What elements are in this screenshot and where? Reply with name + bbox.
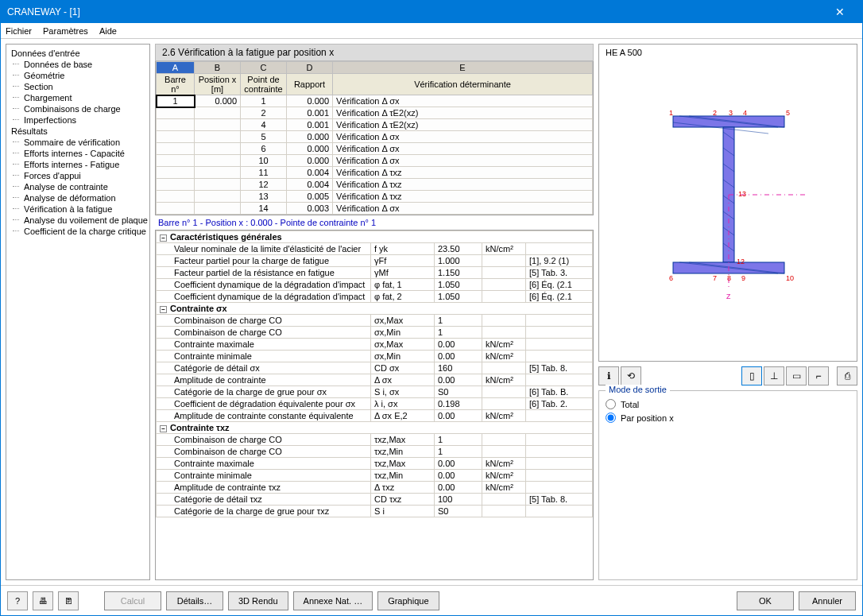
svg-text:1: 1 bbox=[669, 109, 673, 117]
tree-item[interactable]: Forces d'appui bbox=[8, 170, 148, 181]
detail-row: Facteur partiel pour la charge de fatigu… bbox=[157, 255, 593, 267]
svg-text:5: 5 bbox=[786, 109, 790, 117]
hdr-det: Vérification déterminante bbox=[333, 74, 593, 95]
window-title: CRANEWAY - [1] bbox=[7, 6, 824, 17]
section-name: HE A 500 bbox=[606, 48, 642, 57]
tree-item[interactable]: Efforts internes - Capacité bbox=[8, 148, 148, 159]
render-button[interactable]: 3D Rendu bbox=[228, 591, 288, 610]
navigation-tree[interactable]: Données d'entrée Données de baseGéométri… bbox=[6, 44, 150, 580]
table-row[interactable]: 100.000Vérification Δ σx bbox=[157, 155, 593, 167]
hdr-ratio: Rapport bbox=[287, 74, 333, 95]
export1-button[interactable]: 🖶 bbox=[33, 591, 53, 610]
detail-grid[interactable]: −Caractéristiques généralesValeur nomina… bbox=[155, 230, 594, 580]
view2-button[interactable]: ⊥ bbox=[764, 366, 784, 385]
col-b[interactable]: B bbox=[195, 62, 241, 74]
output-mode-group: Mode de sortie Total Par position x bbox=[598, 390, 857, 580]
tree-item[interactable]: Analyse de contrainte bbox=[8, 181, 148, 192]
detail-row: Catégorie de détail σxCD σx160[5] Tab. 8… bbox=[157, 362, 593, 374]
tree-item[interactable]: Géométrie bbox=[8, 70, 148, 81]
print-button[interactable]: ⎙ bbox=[837, 366, 857, 385]
svg-text:7: 7 bbox=[713, 274, 717, 282]
col-e[interactable]: E bbox=[333, 62, 593, 74]
detail-row: Amplitude de contrainte τxzΔ τxz0.00kN/c… bbox=[157, 482, 593, 494]
export2-button[interactable]: 🖹 bbox=[58, 591, 79, 610]
detail-row: Catégorie de détail τxzCD τxz100[5] Tab.… bbox=[157, 494, 593, 506]
tree-group-input[interactable]: Données d'entrée bbox=[8, 48, 148, 59]
svg-text:4: 4 bbox=[743, 109, 747, 117]
svg-text:2: 2 bbox=[713, 109, 717, 117]
tree-group-results[interactable]: Résultats bbox=[8, 126, 148, 137]
info-button[interactable]: ℹ bbox=[598, 366, 619, 385]
hdr-pt: Point de contrainte bbox=[241, 74, 287, 95]
results-grid[interactable]: A B C D E Barre n° Position x [m] Point … bbox=[155, 61, 594, 215]
menu-help[interactable]: Aide bbox=[99, 26, 117, 36]
details-button[interactable]: Détails… bbox=[166, 591, 223, 610]
ok-button[interactable]: OK bbox=[737, 591, 794, 610]
detail-row: Combinaison de charge COτxz,Min1 bbox=[157, 446, 593, 458]
table-row[interactable]: 120.004Vérification Δ τxz bbox=[157, 179, 593, 191]
view1-button[interactable]: ▯ bbox=[741, 366, 762, 385]
table-row[interactable]: 10.00010.000Vérification Δ σx bbox=[157, 95, 593, 107]
svg-text:8: 8 bbox=[727, 274, 731, 282]
detail-row: Coefficient dynamique de la dégradation … bbox=[157, 279, 593, 291]
tree-item[interactable]: Données de base bbox=[8, 59, 148, 70]
table-row[interactable]: 110.004Vérification Δ τxz bbox=[157, 167, 593, 179]
help-button[interactable]: ? bbox=[7, 591, 28, 610]
annex-button[interactable]: Annexe Nat. … bbox=[293, 591, 373, 610]
tree-item[interactable]: Chargement bbox=[8, 92, 148, 103]
output-mode-title: Mode de sortie bbox=[606, 385, 670, 394]
detail-row: Catégorie de la charge de grue pour σxS … bbox=[157, 386, 593, 398]
svg-text:z: z bbox=[726, 291, 731, 300]
bottom-bar: ? 🖶 🖹 Calcul Détails… 3D Rendu Annexe Na… bbox=[1, 585, 862, 615]
table-row[interactable]: 60.000Vérification Δ σx bbox=[157, 143, 593, 155]
view4-button[interactable]: ⌐ bbox=[808, 366, 829, 385]
panel-title: 2.6 Vérification à la fatigue par positi… bbox=[155, 44, 594, 61]
tree-item[interactable]: Analyse du voilement de plaque bbox=[8, 215, 148, 226]
detail-row: Contrainte maximaleσx,Max0.00kN/cm² bbox=[157, 339, 593, 351]
detail-header: Barre n° 1 - Position x : 0.000 - Pointe… bbox=[155, 215, 594, 230]
detail-row: Combinaison de charge COσx,Min1 bbox=[157, 327, 593, 339]
tree-item[interactable]: Analyse de déformation bbox=[8, 192, 148, 203]
preview-toolbar: ℹ ⟲ ▯ ⊥ ▭ ⌐ ⎙ bbox=[598, 366, 857, 385]
tree-item[interactable]: Combinaisons de charge bbox=[8, 103, 148, 114]
stress-button[interactable]: ⟲ bbox=[621, 366, 641, 385]
close-icon[interactable]: ✕ bbox=[824, 6, 856, 18]
tree-item[interactable]: Imperfections bbox=[8, 114, 148, 126]
tree-item[interactable]: Vérification à la fatigue bbox=[8, 203, 148, 215]
detail-row: Combinaison de charge COτxz,Max1 bbox=[157, 434, 593, 446]
table-row[interactable]: 20.001Vérification Δ τE2(xz) bbox=[157, 107, 593, 119]
detail-row: Contrainte minimaleτxz,Min0.00kN/cm² bbox=[157, 470, 593, 482]
table-row[interactable]: 130.005Vérification Δ τxz bbox=[157, 191, 593, 203]
view3-button[interactable]: ▭ bbox=[786, 366, 807, 385]
svg-text:6: 6 bbox=[669, 274, 673, 282]
tree-item[interactable]: Efforts internes - Fatigue bbox=[8, 159, 148, 170]
detail-row: Amplitude de contrainteΔ σx0.00kN/cm² bbox=[157, 374, 593, 386]
col-a[interactable]: A bbox=[157, 62, 195, 74]
hdr-barre: Barre n° bbox=[157, 74, 195, 95]
detail-row: Coefficient dynamique de la dégradation … bbox=[157, 291, 593, 303]
tree-item[interactable]: Sommaire de vérification bbox=[8, 137, 148, 148]
title-bar: CRANEWAY - [1] ✕ bbox=[1, 1, 862, 23]
detail-row: Amplitude de contrainte constante équiva… bbox=[157, 410, 593, 422]
table-row[interactable]: 40.001Vérification Δ τE2(xz) bbox=[157, 119, 593, 131]
detail-row: Facteur partiel de la résistance en fati… bbox=[157, 267, 593, 279]
hdr-pos: Position x [m] bbox=[195, 74, 241, 95]
radio-total[interactable]: Total bbox=[606, 397, 850, 411]
section-preview[interactable]: HE A 500 bbox=[598, 44, 857, 362]
graph-button[interactable]: Graphique bbox=[377, 591, 439, 610]
menu-params[interactable]: Paramètres bbox=[43, 26, 88, 36]
ibeam-icon: y z 12345 13 12 678910 bbox=[649, 108, 808, 354]
svg-text:12: 12 bbox=[737, 258, 745, 265]
calc-button[interactable]: Calcul bbox=[104, 591, 161, 610]
col-d[interactable]: D bbox=[287, 62, 333, 74]
col-c[interactable]: C bbox=[241, 62, 287, 74]
cancel-button[interactable]: Annuler bbox=[799, 591, 856, 610]
tree-item[interactable]: Coefficient de la charge critique bbox=[8, 226, 148, 237]
table-row[interactable]: 140.003Vérification Δ σx bbox=[157, 203, 593, 215]
radio-bypos[interactable]: Par position x bbox=[606, 411, 850, 424]
tree-item[interactable]: Section bbox=[8, 81, 148, 92]
table-row[interactable]: 50.000Vérification Δ σx bbox=[157, 131, 593, 143]
detail-row: Catégorie de la charge de grue pour τxzS… bbox=[157, 506, 593, 517]
detail-row: Coefficient de dégradation équivalente p… bbox=[157, 398, 593, 410]
menu-file[interactable]: Fichier bbox=[6, 26, 32, 36]
